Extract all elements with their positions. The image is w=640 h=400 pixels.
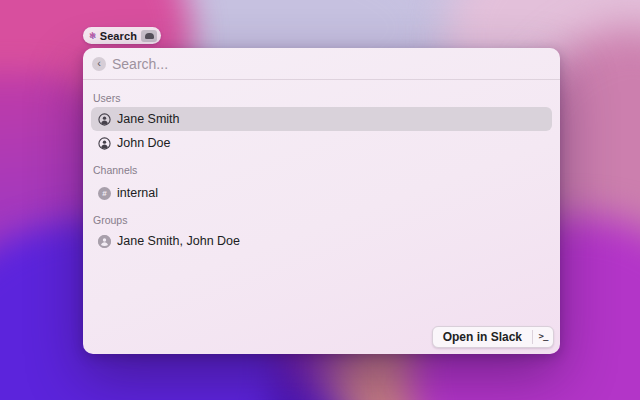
- list-item-user[interactable]: Jane Smith: [91, 107, 552, 131]
- people-circle-icon: [98, 235, 111, 248]
- key-badge-icon: [141, 30, 157, 42]
- pill-label: Search: [100, 30, 137, 42]
- list-item-label: Jane Smith, John Doe: [117, 234, 240, 248]
- search-bar: ‹: [83, 48, 560, 80]
- list-item-label: John Doe: [117, 136, 171, 150]
- results-list: Users Jane Smith John Doe Channels # int…: [91, 80, 552, 253]
- person-circle-icon: [98, 137, 111, 150]
- section-header-users: Users: [93, 91, 552, 105]
- section-header-groups: Groups: [93, 213, 552, 227]
- list-item-group[interactable]: Jane Smith, John Doe: [91, 229, 552, 253]
- back-button[interactable]: ‹: [92, 57, 106, 71]
- search-panel: ‹ Users Jane Smith John Doe Channels #: [83, 48, 560, 354]
- app-flower-icon: ✻: [89, 32, 96, 40]
- list-item-label: Jane Smith: [117, 112, 180, 126]
- person-circle-icon: [98, 113, 111, 126]
- menubar-search-pill[interactable]: ✻ Search: [83, 27, 161, 44]
- hash-circle-icon: #: [98, 187, 111, 200]
- open-in-slack-button[interactable]: Open in Slack >_: [432, 326, 554, 348]
- list-item-channel[interactable]: # internal: [91, 181, 552, 205]
- terminal-prompt-icon: >_: [533, 327, 553, 347]
- list-item-user[interactable]: John Doe: [91, 131, 552, 155]
- section-header-channels: Channels: [93, 163, 552, 177]
- list-item-label: internal: [117, 186, 158, 200]
- chevron-left-icon: ‹: [97, 58, 101, 68]
- open-in-slack-label: Open in Slack: [433, 327, 532, 347]
- key-badge-glyph: [145, 33, 154, 39]
- search-input[interactable]: [112, 56, 560, 72]
